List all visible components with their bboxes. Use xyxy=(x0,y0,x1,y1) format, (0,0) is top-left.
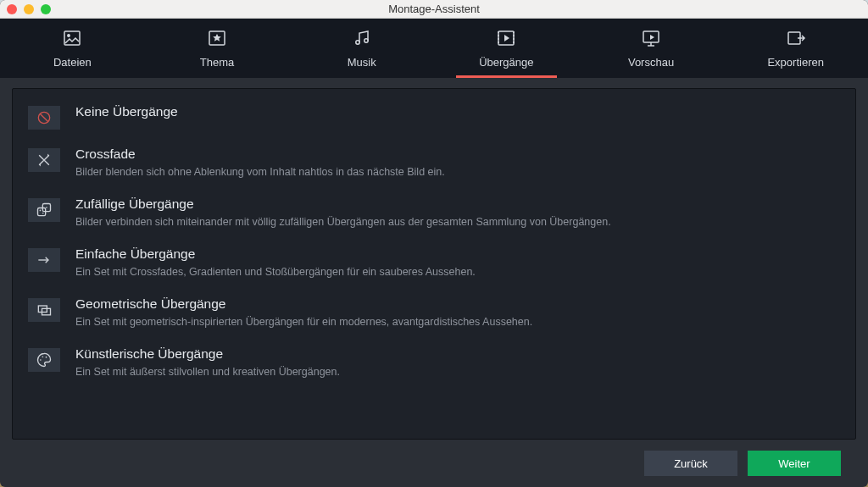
window-title: Montage-Assistent xyxy=(0,3,868,15)
theme-icon xyxy=(207,28,227,51)
option-title: Keine Übergänge xyxy=(75,104,178,119)
content-area: Keine Übergänge Crossfade Bilder blenden… xyxy=(0,78,868,487)
option-desc: Bilder verbinden sich miteinander mit vö… xyxy=(75,215,611,230)
option-simple[interactable]: Einfache Übergänge Ein Set mit Crossfade… xyxy=(21,238,847,288)
option-title: Einfache Übergänge xyxy=(75,246,476,262)
maximize-window-button[interactable] xyxy=(41,4,51,14)
preview-icon xyxy=(641,28,661,51)
option-title: Crossfade xyxy=(75,147,445,162)
tab-label: Vorschau xyxy=(628,56,674,69)
music-icon xyxy=(352,28,372,51)
palette-icon xyxy=(28,348,60,372)
option-crossfade[interactable]: Crossfade Bilder blenden sich ohne Ablen… xyxy=(21,138,847,188)
svg-rect-0 xyxy=(64,31,80,45)
option-title: Zufällige Übergänge xyxy=(75,196,611,212)
files-icon xyxy=(62,28,82,51)
tab-label: Thema xyxy=(200,56,234,69)
geometric-icon xyxy=(28,298,60,322)
svg-point-1 xyxy=(68,35,70,36)
svg-point-18 xyxy=(46,356,47,357)
svg-point-4 xyxy=(364,39,367,42)
transitions-panel: Keine Übergänge Crossfade Bilder blenden… xyxy=(12,88,856,440)
back-button[interactable]: Zurück xyxy=(644,451,737,476)
svg-point-12 xyxy=(42,213,44,214)
tab-transitions[interactable]: Übergänge xyxy=(434,19,579,78)
tab-label: Musik xyxy=(348,56,376,69)
option-desc: Bilder blenden sich ohne Ablenkung vom I… xyxy=(75,165,445,180)
window-controls xyxy=(7,4,51,14)
option-geometric[interactable]: Geometrische Übergänge Ein Set mit geome… xyxy=(21,288,847,338)
tab-music[interactable]: Musik xyxy=(289,19,434,78)
svg-point-17 xyxy=(42,356,44,357)
option-title: Künstlerische Übergänge xyxy=(75,346,340,362)
arrow-icon xyxy=(28,248,60,272)
tab-label: Dateien xyxy=(53,56,92,69)
tab-label: Exportieren xyxy=(767,56,823,69)
option-none[interactable]: Keine Übergänge xyxy=(21,96,847,138)
next-button[interactable]: Weiter xyxy=(748,451,841,476)
app-window: Montage-Assistent Dateien Thema Musik Üb… xyxy=(0,0,868,487)
svg-point-13 xyxy=(46,207,47,208)
option-random[interactable]: Zufällige Übergänge Bilder verbinden sic… xyxy=(21,188,847,238)
tab-export[interactable]: Exportieren xyxy=(723,19,868,78)
option-desc: Ein Set mit äußerst stilvollen und kreat… xyxy=(75,365,340,379)
option-desc: Ein Set mit Crossfades, Gradienten und S… xyxy=(75,265,476,279)
tab-theme[interactable]: Thema xyxy=(145,19,290,78)
tab-files[interactable]: Dateien xyxy=(0,19,145,78)
svg-point-3 xyxy=(355,41,359,44)
transitions-icon xyxy=(496,28,516,51)
svg-point-16 xyxy=(40,359,42,361)
close-window-button[interactable] xyxy=(7,4,17,14)
step-tabs: Dateien Thema Musik Übergänge Vorschau xyxy=(0,19,868,78)
minimize-window-button[interactable] xyxy=(24,4,34,14)
tab-preview[interactable]: Vorschau xyxy=(579,19,724,78)
crossfade-icon xyxy=(28,148,60,172)
dice-icon xyxy=(28,198,60,222)
option-title: Geometrische Übergänge xyxy=(75,296,532,312)
titlebar: Montage-Assistent xyxy=(0,0,868,19)
svg-point-11 xyxy=(40,209,42,211)
export-icon xyxy=(786,28,806,51)
none-icon xyxy=(28,106,60,130)
footer: Zurück Weiter xyxy=(12,440,856,487)
tab-label: Übergänge xyxy=(479,56,533,69)
option-desc: Ein Set mit geometrisch-inspirierten Übe… xyxy=(75,315,532,329)
option-artistic[interactable]: Künstlerische Übergänge Ein Set mit äuße… xyxy=(21,338,847,388)
